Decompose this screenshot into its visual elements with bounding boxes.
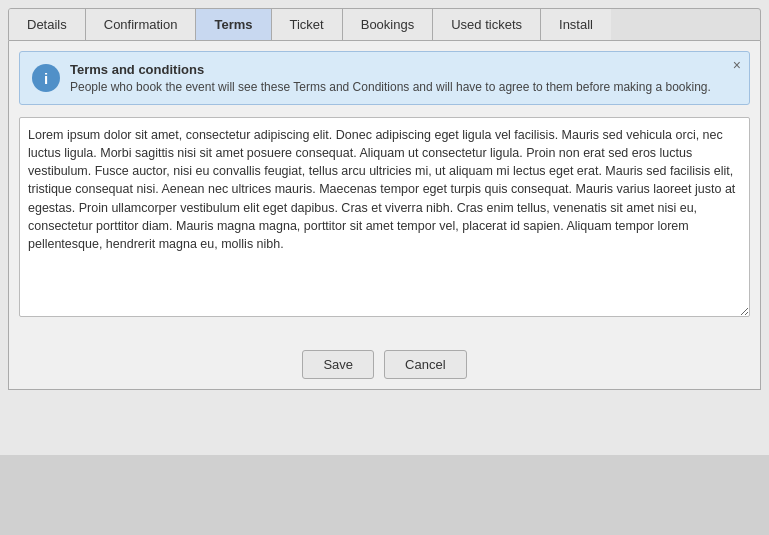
tab-ticket[interactable]: Ticket <box>272 9 343 40</box>
tab-install[interactable]: Install <box>541 9 611 40</box>
tab-confirmation[interactable]: Confirmation <box>86 9 197 40</box>
tab-terms[interactable]: Terms <box>196 9 271 40</box>
info-banner-description: People who book the event will see these… <box>70 80 737 94</box>
terms-textarea[interactable] <box>19 117 750 317</box>
tab-bar: Details Confirmation Terms Ticket Bookin… <box>8 8 761 41</box>
tab-bookings[interactable]: Bookings <box>343 9 433 40</box>
tab-used-tickets[interactable]: Used tickets <box>433 9 541 40</box>
info-banner-title: Terms and conditions <box>70 62 737 77</box>
tab-details[interactable]: Details <box>9 9 86 40</box>
info-text: Terms and conditions People who book the… <box>70 62 737 94</box>
info-icon: i <box>32 64 60 92</box>
save-button[interactable]: Save <box>302 350 374 379</box>
close-icon[interactable]: × <box>733 58 741 72</box>
bottom-bar <box>0 455 769 535</box>
info-banner: i Terms and conditions People who book t… <box>19 51 750 105</box>
cancel-button[interactable]: Cancel <box>384 350 466 379</box>
content-area: i Terms and conditions People who book t… <box>8 41 761 390</box>
main-container: Details Confirmation Terms Ticket Bookin… <box>0 0 769 455</box>
button-row: Save Cancel <box>19 350 750 379</box>
